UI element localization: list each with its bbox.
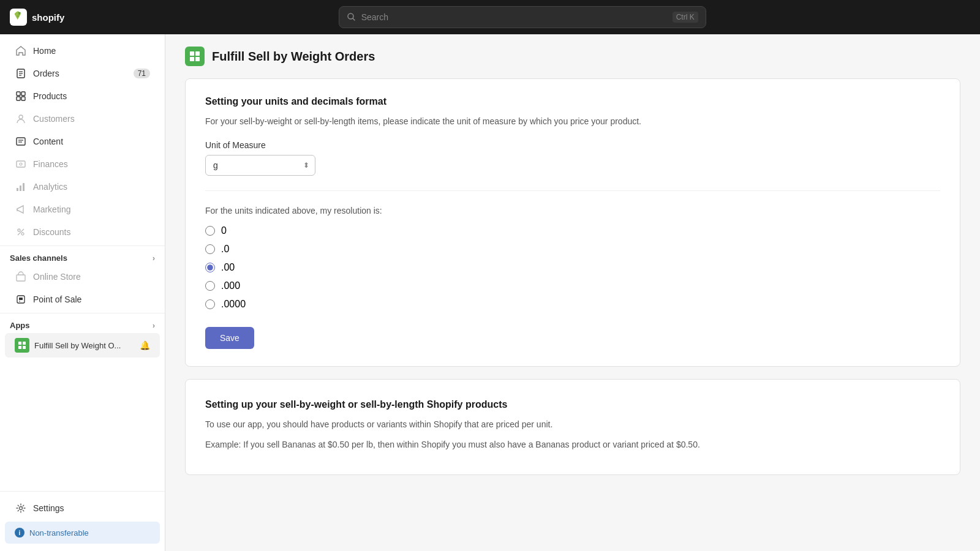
products-icon xyxy=(15,90,27,102)
sidebar-label-analytics: Analytics xyxy=(33,182,67,192)
sidebar-divider-2 xyxy=(0,313,165,313)
svg-rect-8 xyxy=(17,97,20,100)
sidebar-item-customers[interactable]: Customers xyxy=(5,108,160,130)
resolution-radio-group: 0 .0 .00 .000 .0000 xyxy=(205,225,940,310)
sidebar-label-discounts: Discounts xyxy=(33,227,70,237)
svg-rect-28 xyxy=(18,346,21,349)
radio-2[interactable] xyxy=(205,263,215,272)
svg-point-30 xyxy=(20,507,23,510)
sidebar-item-analytics[interactable]: Analytics xyxy=(5,176,160,198)
page-header-icon xyxy=(185,47,205,66)
section1-card: Setting your units and decimals format F… xyxy=(185,78,960,367)
search-input[interactable] xyxy=(361,12,668,22)
radio-0[interactable] xyxy=(205,226,215,236)
sidebar-item-online-store[interactable]: Online Store xyxy=(5,266,160,288)
svg-rect-7 xyxy=(21,92,25,96)
unit-of-measure-label: Unit of Measure xyxy=(205,140,940,150)
radio-option-2[interactable]: .00 xyxy=(205,262,940,273)
non-transferable-label: Non-transferable xyxy=(29,528,89,538)
search-bar[interactable]: Ctrl K xyxy=(339,6,706,28)
sidebar-item-finances[interactable]: Finances xyxy=(5,153,160,175)
sidebar-item-discounts[interactable]: Discounts xyxy=(5,221,160,243)
sidebar-item-fulfill-app[interactable]: Fulfill Sell by Weight O... 🔔 xyxy=(5,333,160,358)
svg-rect-17 xyxy=(20,186,21,191)
sidebar-label-home: Home xyxy=(33,46,56,56)
radio-option-0[interactable]: 0 xyxy=(205,225,940,236)
svg-rect-27 xyxy=(23,342,26,345)
sidebar-item-settings[interactable]: Settings xyxy=(5,497,160,519)
customers-icon xyxy=(15,113,27,125)
page-title: Fulfill Sell by Weight Orders xyxy=(212,50,375,64)
svg-point-10 xyxy=(19,115,23,119)
fulfill-app-label: Fulfill Sell by Weight O... xyxy=(34,341,121,350)
svg-rect-26 xyxy=(18,342,21,345)
page-header: Fulfill Sell by Weight Orders xyxy=(165,34,980,66)
svg-point-19 xyxy=(18,229,20,231)
resolution-label: For the units indicated above, my resolu… xyxy=(205,206,940,216)
section2-desc1: To use our app, you should have products… xyxy=(205,418,940,431)
discounts-icon xyxy=(15,226,27,238)
apps-chevron: › xyxy=(153,321,155,330)
radio-label-4: .0000 xyxy=(221,299,246,310)
analytics-icon xyxy=(15,181,27,193)
sales-channels-label: Sales channels xyxy=(10,253,67,263)
sidebar-item-point-of-sale[interactable]: Point of Sale xyxy=(5,288,160,310)
svg-rect-24 xyxy=(19,298,23,300)
svg-point-15 xyxy=(20,163,22,165)
search-shortcut: Ctrl K xyxy=(673,12,698,23)
radio-1[interactable] xyxy=(205,244,215,254)
radio-label-2: .00 xyxy=(221,262,235,273)
sales-channels-chevron: › xyxy=(153,254,155,263)
section2-desc2: Example: If you sell Bananas at $0.50 pe… xyxy=(205,438,940,451)
unit-of-measure-select[interactable]: g kg lb oz m cm ft in xyxy=(205,155,315,176)
section1-divider xyxy=(205,190,940,191)
sidebar-label-orders: Orders xyxy=(33,69,59,78)
finances-icon xyxy=(15,158,27,170)
radio-3[interactable] xyxy=(205,281,215,291)
svg-rect-14 xyxy=(17,161,25,167)
shopify-logo[interactable]: shopify xyxy=(10,9,64,26)
shopify-logo-icon xyxy=(10,9,27,26)
svg-rect-16 xyxy=(17,188,18,191)
section1-desc: For your sell-by-weight or sell-by-lengt… xyxy=(205,114,940,128)
radio-option-3[interactable]: .000 xyxy=(205,280,940,291)
radio-option-1[interactable]: .0 xyxy=(205,244,940,255)
sidebar-divider-1 xyxy=(0,246,165,246)
unit-of-measure-wrapper: g kg lb oz m cm ft in ⬍ xyxy=(205,155,315,176)
radio-option-4[interactable]: .0000 xyxy=(205,299,940,310)
home-icon xyxy=(15,45,27,57)
orders-badge: 71 xyxy=(134,69,150,78)
fulfill-app-icon xyxy=(15,338,29,353)
sidebar-bottom: Settings i Non-transferable xyxy=(0,491,165,551)
bell-icon[interactable]: 🔔 xyxy=(140,340,150,350)
apps-label: Apps xyxy=(10,321,30,330)
info-icon: i xyxy=(15,528,24,538)
radio-label-0: 0 xyxy=(221,225,227,236)
svg-rect-6 xyxy=(17,92,20,96)
topnav: shopify Ctrl K xyxy=(0,0,980,34)
sidebar-label-finances: Finances xyxy=(33,159,68,169)
sidebar-item-orders[interactable]: Orders 71 xyxy=(5,62,160,84)
section1-title: Setting your units and decimals format xyxy=(205,96,940,107)
sidebar-label-online-store: Online Store xyxy=(33,272,81,282)
non-transferable-item[interactable]: i Non-transferable xyxy=(5,522,160,544)
svg-rect-31 xyxy=(190,51,194,56)
section2-title: Setting up your sell-by-weight or sell-b… xyxy=(205,399,940,410)
svg-rect-9 xyxy=(21,97,25,100)
content-icon xyxy=(15,135,27,148)
radio-label-3: .000 xyxy=(221,280,240,291)
sidebar-label-marketing: Marketing xyxy=(33,204,70,214)
save-button[interactable]: Save xyxy=(205,327,254,349)
logo-text: shopify xyxy=(32,12,64,23)
radio-4[interactable] xyxy=(205,299,215,309)
orders-icon xyxy=(15,67,27,80)
radio-label-1: .0 xyxy=(221,244,229,255)
svg-rect-18 xyxy=(23,183,24,191)
sidebar-item-content[interactable]: Content xyxy=(5,130,160,152)
sidebar-item-home[interactable]: Home xyxy=(5,40,160,62)
sidebar-item-marketing[interactable]: Marketing xyxy=(5,198,160,220)
svg-line-21 xyxy=(18,229,24,235)
sidebar-item-products[interactable]: Products xyxy=(5,85,160,107)
sidebar-label-point-of-sale: Point of Sale xyxy=(33,294,81,304)
sidebar-label-settings: Settings xyxy=(33,503,64,513)
